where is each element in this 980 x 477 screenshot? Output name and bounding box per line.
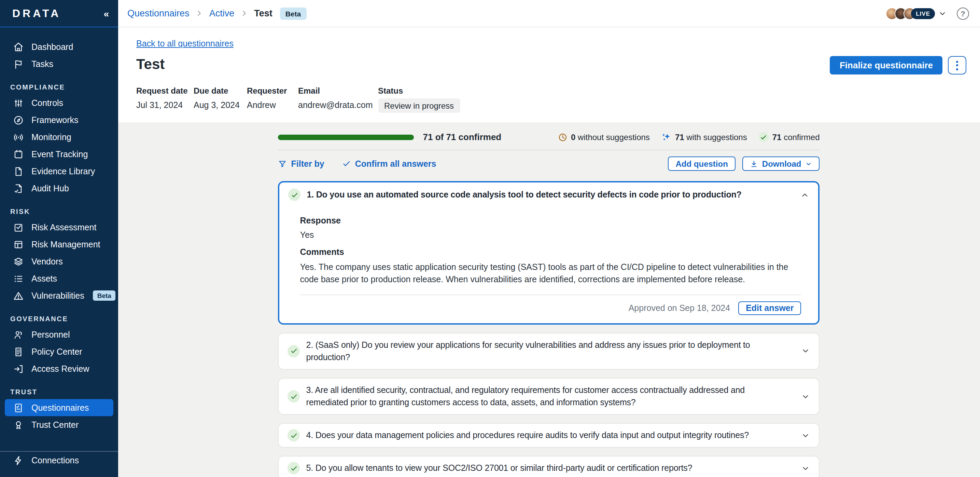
question-header-2[interactable]: 2. (SaaS only) Do you review your applic…: [279, 333, 819, 369]
meta-label: Due date: [194, 86, 247, 96]
sidebar-item-label: Assets: [32, 274, 57, 283]
sidebar-item-audit-hub[interactable]: Audit Hub: [5, 180, 113, 197]
sidebar-item-access-review[interactable]: Access Review: [5, 360, 113, 377]
chevron-down-icon[interactable]: [938, 9, 947, 18]
meta-label: Request date: [136, 86, 194, 96]
sidebar-item-dashboard[interactable]: Dashboard: [5, 38, 113, 55]
progress-row: 71 of 71 confirmed 0 without suggestions: [278, 122, 820, 150]
sidebar-item-policy-center[interactable]: Policy Center: [5, 343, 113, 360]
beta-badge: Beta: [280, 7, 307, 19]
sidebar-item-connections[interactable]: Connections: [5, 452, 113, 469]
sidebar-item-label: Access Review: [32, 364, 89, 373]
sidebar-item-controls[interactable]: Controls: [5, 94, 113, 112]
help-icon[interactable]: ?: [957, 7, 969, 19]
topbar-right: LIVE ?: [886, 7, 969, 19]
filter-by-button[interactable]: Filter by: [278, 159, 325, 168]
progress-label: 71 of 71 confirmed: [423, 132, 502, 142]
sidebar: DRATA « DashboardTasksCOMPLIANCEControls…: [0, 0, 118, 477]
sidebar-item-label: Personnel: [32, 330, 70, 339]
sidebar-item-vulnerabilities[interactable]: VulnerabilitiesBeta: [5, 287, 113, 304]
sidebar-item-evidence-library[interactable]: Evidence Library: [5, 163, 113, 180]
sidebar-item-risk-assessment[interactable]: Risk Assessment: [5, 219, 113, 236]
meta-value: Jul 31, 2024: [136, 101, 194, 110]
chevron-down-icon[interactable]: [795, 464, 810, 473]
chevron-down-icon[interactable]: [795, 431, 810, 440]
alert-triangle-icon: [13, 290, 24, 301]
sliders-icon: [13, 97, 24, 108]
drata-logo: DRATA: [12, 7, 61, 19]
live-avatars[interactable]: LIVE: [886, 7, 935, 19]
broadcast-icon: [13, 132, 24, 142]
meta-label: Email: [298, 86, 378, 96]
sidebar-item-trust-center[interactable]: Trust Center: [5, 416, 113, 433]
add-question-button[interactable]: Add question: [668, 156, 735, 171]
file-text-icon: [13, 346, 24, 357]
log-in-icon: [13, 363, 24, 374]
question-header-5[interactable]: 5. Do you allow tenants to view your SOC…: [279, 457, 819, 477]
check-circle-icon: [759, 132, 769, 142]
live-badge: LIVE: [911, 8, 935, 19]
filter-icon: [278, 159, 287, 168]
award-icon: [13, 419, 24, 430]
breadcrumb-active[interactable]: Active: [209, 8, 235, 18]
sidebar-item-label: Dashboard: [32, 42, 73, 52]
sidebar-item-questionnaires[interactable]: Questionnaires: [5, 399, 113, 416]
confirmed-check-icon: [288, 429, 300, 442]
question-header-4[interactable]: 4. Does your data management policies an…: [279, 424, 819, 447]
meta-label: Requester: [247, 86, 298, 96]
sidebar-item-assets[interactable]: Assets: [5, 270, 113, 287]
page-header: Back to all questionnaires Test Finalize…: [118, 27, 980, 122]
sidebar-section-governance: GOVERNANCE: [10, 315, 118, 322]
divider: [300, 294, 802, 295]
question-text: 1. Do you use an automated source code a…: [307, 188, 742, 201]
sidebar-item-frameworks[interactable]: Frameworks: [5, 112, 113, 128]
sidebar-item-label: Questionnaires: [32, 403, 89, 412]
sidebar-item-monitoring[interactable]: Monitoring: [5, 128, 113, 145]
compass-icon: [13, 115, 24, 125]
download-icon: [750, 160, 758, 168]
sidebar-item-label: Risk Assessment: [32, 222, 96, 232]
comments-value: Yes. The company uses static application…: [300, 262, 802, 286]
sidebar-item-vendors[interactable]: Vendors: [5, 253, 113, 270]
sidebar-item-label: Policy Center: [32, 347, 82, 356]
chevron-up-icon[interactable]: [794, 190, 810, 199]
comments-label: Comments: [300, 247, 802, 257]
download-button[interactable]: Download: [742, 156, 820, 171]
back-link[interactable]: Back to all questionnaires: [136, 39, 234, 48]
breadcrumb: Questionnaires Active Test Beta: [127, 7, 306, 19]
kebab-menu-button[interactable]: [948, 56, 966, 75]
sidebar-item-label: Vendors: [32, 257, 63, 266]
layout-icon: [13, 239, 24, 250]
sidebar-item-personnel[interactable]: Personnel: [5, 326, 113, 343]
layers-icon: [13, 256, 24, 267]
sidebar-item-label: Tasks: [32, 59, 53, 69]
confirm-all-answers-button[interactable]: Confirm all answers: [342, 159, 436, 168]
sidebar-item-risk-management[interactable]: Risk Management: [5, 236, 113, 253]
progress-stats: 0 without suggestions 71 with suggestion…: [558, 132, 820, 142]
question-header-3[interactable]: 3. Are all identified security, contract…: [279, 379, 819, 415]
questionnaire-section: 71 of 71 confirmed 0 without suggestions: [118, 122, 980, 477]
stat-confirmed: 71 confirmed: [759, 132, 820, 142]
beta-badge: Beta: [93, 290, 115, 301]
question-header-1[interactable]: 1. Do you use an automated source code a…: [280, 182, 818, 207]
chevron-right-icon: [240, 10, 248, 17]
chevron-down-icon[interactable]: [795, 392, 810, 401]
question-text: 2. (SaaS only) Do you review your applic…: [306, 338, 788, 364]
sidebar-footer: Connections: [0, 442, 118, 477]
sidebar-item-tasks[interactable]: Tasks: [5, 55, 113, 72]
collapse-sidebar-icon[interactable]: «: [103, 8, 109, 18]
chevron-down-icon[interactable]: [795, 347, 810, 356]
edit-answer-button[interactable]: Edit answer: [738, 301, 801, 315]
calendar-icon: [13, 148, 24, 160]
sidebar-item-event-tracking[interactable]: Event Tracking: [5, 145, 113, 163]
question-card-5: 5. Do you allow tenants to view your SOC…: [278, 456, 820, 477]
breadcrumb-questionnaires[interactable]: Questionnaires: [127, 8, 189, 18]
question-list: 1. Do you use an automated source code a…: [278, 181, 820, 477]
users-icon: [13, 329, 24, 340]
check-square-icon: [13, 222, 24, 233]
finalize-questionnaire-button[interactable]: Finalize questionnaire: [830, 56, 942, 75]
sidebar-item-label: Risk Management: [32, 239, 100, 249]
status-label: Status: [378, 86, 460, 96]
meta-value: andrew@drata.com: [298, 101, 378, 110]
list-icon: [13, 273, 24, 284]
